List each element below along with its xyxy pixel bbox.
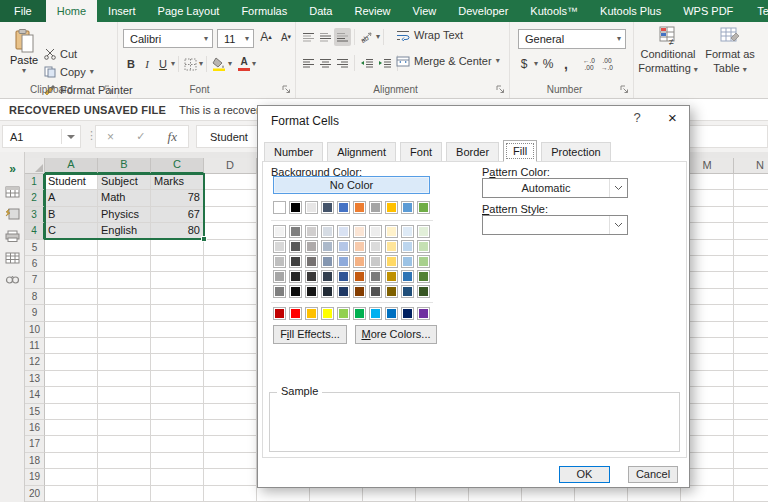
decrease-font-size-button[interactable]: A▾ (278, 28, 294, 46)
cell-B12[interactable] (98, 354, 151, 370)
tint-0-swatch-4[interactable] (337, 225, 350, 238)
tint-4-swatch-9[interactable] (417, 285, 430, 298)
cell-N20[interactable] (734, 486, 768, 502)
cell-M20[interactable] (681, 486, 734, 502)
confirm-entry-icon[interactable]: ✓ (136, 130, 145, 143)
cell-C19[interactable] (151, 469, 204, 485)
cell-C5[interactable] (151, 240, 204, 256)
ribbon-tab-insert[interactable]: Insert (97, 0, 147, 22)
tell-me-box[interactable]: Tell me w (744, 0, 768, 22)
tint-2-swatch-0[interactable] (273, 255, 286, 268)
row-header-1[interactable]: 1 (25, 174, 45, 190)
cell-A5[interactable] (45, 240, 98, 256)
tint-3-swatch-4[interactable] (337, 270, 350, 283)
cancel-button[interactable]: Cancel (628, 466, 678, 483)
cell-C16[interactable] (151, 420, 204, 436)
cell-N15[interactable] (734, 404, 768, 420)
cell-B7[interactable] (98, 272, 151, 288)
row-header-12[interactable]: 12 (25, 354, 45, 370)
quick-access-pane-icon[interactable] (0, 208, 25, 220)
tint-1-swatch-4[interactable] (337, 240, 350, 253)
tint-3-swatch-7[interactable] (385, 270, 398, 283)
standard-swatch-9[interactable] (417, 307, 430, 320)
font-size-combo[interactable]: 11 ▾ (217, 29, 254, 48)
more-colors-button[interactable]: More Colors... (355, 325, 437, 344)
cell-D14[interactable] (204, 387, 257, 403)
ribbon-tab-home[interactable]: Home (46, 0, 97, 22)
tint-0-swatch-5[interactable] (353, 225, 366, 238)
theme-swatch-1[interactable] (289, 201, 302, 214)
borders-button[interactable] (182, 55, 199, 73)
tint-0-swatch-7[interactable] (385, 225, 398, 238)
tint-4-swatch-2[interactable] (305, 285, 318, 298)
cell-B6[interactable] (98, 256, 151, 272)
tint-0-swatch-0[interactable] (273, 225, 286, 238)
standard-swatch-2[interactable] (305, 307, 318, 320)
tint-0-swatch-1[interactable] (289, 225, 302, 238)
cell-C9[interactable] (151, 305, 204, 321)
tint-2-swatch-8[interactable] (401, 255, 414, 268)
columns-pane-icon[interactable] (0, 252, 25, 264)
cell-A12[interactable] (45, 354, 98, 370)
tint-2-swatch-1[interactable] (289, 255, 302, 268)
cell-A17[interactable] (45, 436, 98, 452)
percent-style-button[interactable]: % (540, 55, 556, 73)
increase-font-size-button[interactable]: A▴ (258, 28, 274, 46)
row-header-18[interactable]: 18 (25, 453, 45, 469)
standard-swatch-6[interactable] (369, 307, 382, 320)
cell-A16[interactable] (45, 420, 98, 436)
cell-B3[interactable]: Physics (98, 207, 151, 223)
cell-B15[interactable] (98, 404, 151, 420)
tint-3-swatch-2[interactable] (305, 270, 318, 283)
row-header-5[interactable]: 5 (25, 240, 45, 256)
cell-A15[interactable] (45, 404, 98, 420)
ribbon-tab-review[interactable]: Review (343, 0, 401, 22)
tint-0-swatch-9[interactable] (417, 225, 430, 238)
cell-D2[interactable] (204, 190, 257, 206)
cell-B19[interactable] (98, 469, 151, 485)
print-pane-icon[interactable] (0, 230, 25, 242)
decrease-indent-button[interactable] (358, 54, 376, 72)
font-color-caret-icon[interactable]: ▾ (252, 60, 256, 68)
orientation-caret-icon[interactable]: ▾ (376, 33, 380, 41)
cell-C12[interactable] (151, 354, 204, 370)
row-header-11[interactable]: 11 (25, 338, 45, 354)
row-header-4[interactable]: 4 (25, 223, 45, 239)
tint-2-swatch-7[interactable] (385, 255, 398, 268)
number-dialog-launcher-icon[interactable] (620, 85, 629, 94)
cell-C14[interactable] (151, 387, 204, 403)
cell-D17[interactable] (204, 436, 257, 452)
tint-1-swatch-8[interactable] (401, 240, 414, 253)
tint-1-swatch-3[interactable] (321, 240, 334, 253)
row-header-8[interactable]: 8 (25, 289, 45, 305)
tint-0-swatch-2[interactable] (305, 225, 318, 238)
cell-B4[interactable]: English (98, 223, 151, 239)
pattern-style-combo[interactable] (482, 215, 628, 235)
theme-swatch-6[interactable] (369, 201, 382, 214)
tint-2-swatch-5[interactable] (353, 255, 366, 268)
tint-3-swatch-6[interactable] (369, 270, 382, 283)
cell-A10[interactable] (45, 322, 98, 338)
fill-color-button[interactable] (210, 55, 228, 73)
cell-N7[interactable] (734, 272, 768, 288)
format-as-table-button[interactable]: Format asTable ▾ (702, 26, 758, 76)
cell-A9[interactable] (45, 305, 98, 321)
font-name-combo[interactable]: Calibri ▾ (123, 29, 213, 48)
row-header-15[interactable]: 15 (25, 404, 45, 420)
find-pane-icon[interactable] (0, 274, 25, 285)
ribbon-tab-developer[interactable]: Developer (447, 0, 519, 22)
cell-A8[interactable] (45, 289, 98, 305)
dialog-tab-number[interactable]: Number (264, 142, 323, 161)
cell-D6[interactable] (204, 256, 257, 272)
panel-expand-icon[interactable]: » (0, 162, 25, 176)
cell-N13[interactable] (734, 371, 768, 387)
row-header-7[interactable]: 7 (25, 272, 45, 288)
cell-J20[interactable] (522, 486, 575, 502)
cell-C10[interactable] (151, 322, 204, 338)
accounting-caret-icon[interactable]: ▾ (534, 60, 538, 68)
name-box[interactable]: A1 (2, 125, 81, 148)
cell-D11[interactable] (204, 338, 257, 354)
underline-button[interactable]: U (155, 55, 171, 73)
tint-2-swatch-9[interactable] (417, 255, 430, 268)
standard-swatch-7[interactable] (385, 307, 398, 320)
